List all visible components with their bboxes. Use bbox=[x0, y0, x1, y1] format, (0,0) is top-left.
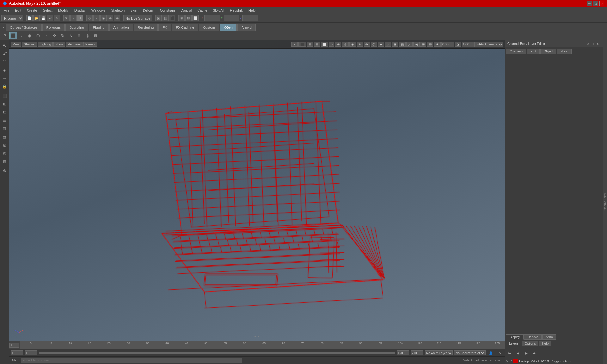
left-misc-icon1[interactable]: ⊕ bbox=[1, 167, 9, 174]
tab-polygons[interactable]: Polygons bbox=[42, 24, 65, 31]
vp-icon14[interactable]: ◇ bbox=[385, 42, 391, 47]
menu-constrain[interactable]: Constrain bbox=[157, 8, 177, 13]
snap-tool5[interactable]: ⊗ bbox=[114, 15, 120, 21]
layer-next-next[interactable]: ⏭ bbox=[531, 349, 538, 357]
rp-tab-channels[interactable]: Channels bbox=[506, 49, 526, 54]
rp-tab-show[interactable]: Show bbox=[557, 49, 572, 54]
vp-icon13[interactable]: ◆ bbox=[378, 42, 384, 47]
left-layers-icon3[interactable]: ▦ bbox=[1, 133, 9, 141]
vp-icon19[interactable]: ⊞ bbox=[420, 42, 426, 47]
layer-subtab-layers[interactable]: Layers bbox=[506, 341, 521, 346]
save-scene-button[interactable]: 💾 bbox=[40, 15, 46, 21]
left-layers-icon5[interactable]: ▨ bbox=[1, 149, 9, 157]
vp-value1-input[interactable] bbox=[441, 42, 454, 47]
left-lock-icon[interactable]: 🔒 bbox=[1, 83, 9, 90]
rp-expand-icon[interactable]: □ bbox=[591, 42, 595, 46]
vp-icon12[interactable]: ⬡ bbox=[371, 42, 377, 47]
help-icon[interactable]: ? bbox=[1, 32, 9, 39]
render-icon1[interactable]: ▣ bbox=[155, 15, 162, 21]
mel-input[interactable] bbox=[21, 358, 242, 363]
scale-icon[interactable]: ⤡ bbox=[67, 32, 75, 39]
layer-tab-display[interactable]: Display bbox=[506, 334, 524, 340]
vp-icon16[interactable]: ▤ bbox=[399, 42, 406, 47]
menu-cache[interactable]: Cache bbox=[195, 8, 210, 13]
left-layers-icon4[interactable]: ▧ bbox=[1, 141, 9, 149]
menu-select[interactable]: Select bbox=[40, 8, 55, 13]
vp-icon18[interactable]: ◀ bbox=[413, 42, 420, 47]
left-grid-icon1[interactable]: ⊞ bbox=[1, 100, 9, 108]
range-max-input[interactable] bbox=[411, 350, 423, 355]
char-set-settings-icon[interactable]: ⚙ bbox=[496, 349, 503, 357]
left-paint-icon[interactable]: 🖌 bbox=[1, 50, 9, 58]
ellipse-icon[interactable]: ○ bbox=[18, 32, 25, 39]
node-icon[interactable]: ⬡ bbox=[34, 32, 42, 39]
left-box-icon[interactable]: ⬛ bbox=[1, 92, 9, 100]
icon-a[interactable]: ⊞ bbox=[178, 15, 185, 21]
menu-file[interactable]: File bbox=[1, 8, 12, 13]
menu-create[interactable]: Create bbox=[24, 8, 40, 13]
vp-icon3[interactable]: ⊞ bbox=[307, 42, 313, 47]
vp-icon2[interactable]: ⬛ bbox=[298, 42, 306, 47]
tab-curves-surfaces[interactable]: Curves / Surfaces bbox=[6, 24, 41, 31]
snap-tool4[interactable]: ⊕ bbox=[107, 15, 113, 21]
menu-deform[interactable]: Deform bbox=[140, 8, 157, 13]
char-set-icon[interactable]: 👤 bbox=[487, 349, 494, 357]
arrow-icon[interactable]: → bbox=[42, 32, 50, 39]
vp-icon7[interactable]: ⊕ bbox=[335, 42, 341, 47]
undo-button[interactable]: ↩ bbox=[47, 15, 53, 21]
layer-tab-anim[interactable]: Anim bbox=[542, 334, 556, 340]
tab-fx-caching[interactable]: FX Caching bbox=[172, 24, 198, 31]
vp-icon9[interactable]: ◉ bbox=[349, 42, 356, 47]
render-icon3[interactable]: ⬛ bbox=[169, 15, 175, 21]
left-layers-icon1[interactable]: ▤ bbox=[1, 117, 9, 124]
tab-xgen[interactable]: XGen bbox=[220, 24, 237, 31]
vp-icon15[interactable]: ▣ bbox=[392, 42, 398, 47]
menu-edit[interactable]: Edit bbox=[13, 8, 24, 13]
vp-icon6[interactable]: □ bbox=[329, 42, 334, 47]
coord-z-input[interactable] bbox=[242, 15, 258, 21]
vp-menu-panels[interactable]: Panels bbox=[83, 42, 97, 47]
minimize-button[interactable]: ─ bbox=[587, 1, 592, 6]
layer-tab-render[interactable]: Render bbox=[524, 334, 542, 340]
snap-tool1[interactable]: ◎ bbox=[86, 15, 93, 21]
vp-menu-shading[interactable]: Shading bbox=[22, 42, 38, 47]
range-start-input[interactable] bbox=[11, 350, 23, 355]
menu-control[interactable]: Control bbox=[178, 8, 194, 13]
rp-tab-object[interactable]: Object bbox=[540, 49, 556, 54]
title-bar-controls[interactable]: ─ □ ✕ bbox=[587, 1, 604, 6]
vp-icon4[interactable]: ⊟ bbox=[314, 42, 320, 47]
tab-sculpting[interactable]: Sculpting bbox=[65, 24, 88, 31]
menu-3dtoa[interactable]: 3DtoAll bbox=[211, 8, 227, 13]
vp-value2-input[interactable] bbox=[462, 42, 475, 47]
vp-icon5[interactable]: ⬜ bbox=[321, 42, 328, 47]
render-icon2[interactable]: ▤ bbox=[162, 15, 169, 21]
tab-animation[interactable]: Animation bbox=[109, 24, 133, 31]
layer-color-swatch[interactable] bbox=[513, 359, 518, 363]
tab-arnold[interactable]: Arnold bbox=[237, 24, 256, 31]
vp-gamma-dropdown[interactable]: sRGB gamma bbox=[475, 42, 503, 47]
range-end-input[interactable] bbox=[397, 350, 409, 355]
snap-tool3[interactable]: ◉ bbox=[100, 15, 107, 21]
anim-layer-dropdown[interactable]: No Anim Layer bbox=[425, 350, 453, 355]
playback-slider[interactable] bbox=[39, 352, 395, 354]
layer-subtab-help[interactable]: Help bbox=[539, 341, 551, 346]
rp-settings-icon[interactable]: ⚙ bbox=[586, 42, 590, 46]
vp-icon11[interactable]: ✛ bbox=[364, 42, 370, 47]
vp-icon20[interactable]: ⊟ bbox=[427, 42, 433, 47]
left-select-icon[interactable]: ↖ bbox=[1, 42, 9, 49]
layer-subtab-options[interactable]: Options bbox=[522, 341, 538, 346]
mode-dropdown[interactable]: Rigging bbox=[1, 15, 23, 21]
redo-button[interactable]: ↪ bbox=[54, 15, 60, 21]
menu-skin[interactable]: Skin bbox=[128, 8, 139, 13]
snap-tool2[interactable]: ◦ bbox=[93, 15, 100, 21]
left-arrow-icon[interactable]: → bbox=[1, 75, 9, 82]
left-layers-icon6[interactable]: ▩ bbox=[1, 158, 9, 165]
vp-icon8[interactable]: ◎ bbox=[342, 42, 349, 47]
move-tool[interactable]: ✛ bbox=[77, 15, 83, 21]
current-frame-input[interactable] bbox=[9, 343, 19, 348]
menu-redshift[interactable]: Redshift bbox=[228, 8, 245, 13]
menu-skeleton[interactable]: Skeleton bbox=[108, 8, 127, 13]
close-button[interactable]: ✕ bbox=[599, 1, 604, 6]
menu-help[interactable]: Help bbox=[246, 8, 258, 13]
no-live-surface-button[interactable]: No Live Surface bbox=[123, 15, 152, 21]
